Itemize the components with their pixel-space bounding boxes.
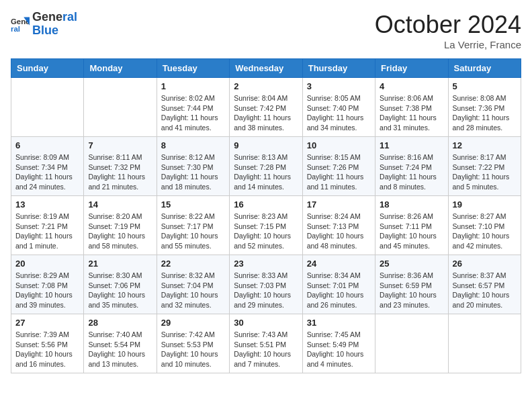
weekday-header-row: SundayMondayTuesdayWednesdayThursdayFrid… — [11, 59, 521, 78]
cell-day-number: 2 — [234, 81, 298, 91]
cell-info: Sunrise: 8:09 AMSunset: 7:34 PMDaylight:… — [15, 152, 79, 192]
calendar-cell: 29Sunrise: 7:42 AMSunset: 5:53 PMDayligh… — [157, 314, 229, 373]
cell-info: Sunrise: 8:17 AMSunset: 7:22 PMDaylight:… — [453, 152, 517, 192]
cell-day-number: 19 — [453, 199, 517, 210]
cell-day-number: 20 — [15, 259, 79, 269]
cell-day-number: 24 — [307, 259, 371, 269]
cell-day-number: 30 — [234, 318, 298, 328]
calendar-cell: 10Sunrise: 8:15 AMSunset: 7:26 PMDayligh… — [302, 137, 375, 196]
month-title: October 2024 — [375, 11, 521, 39]
cell-day-number: 3 — [307, 81, 371, 91]
cell-info: Sunrise: 8:26 AMSunset: 7:11 PMDaylight:… — [380, 212, 443, 251]
calendar-cell: 17Sunrise: 8:24 AMSunset: 7:13 PMDayligh… — [302, 196, 375, 255]
calendar: SundayMondayTuesdayWednesdayThursdayFrid… — [11, 58, 521, 373]
calendar-cell: 25Sunrise: 8:36 AMSunset: 6:59 PMDayligh… — [375, 255, 448, 314]
cell-info: Sunrise: 7:39 AMSunset: 5:56 PMDaylight:… — [15, 330, 79, 369]
cell-day-number: 27 — [15, 318, 79, 328]
cell-info: Sunrise: 8:04 AMSunset: 7:42 PMDaylight:… — [234, 93, 298, 133]
cell-info: Sunrise: 8:15 AMSunset: 7:26 PMDaylight:… — [307, 152, 371, 192]
calendar-cell: 13Sunrise: 8:19 AMSunset: 7:21 PMDayligh… — [11, 196, 84, 255]
cell-info: Sunrise: 8:29 AMSunset: 7:08 PMDaylight:… — [15, 271, 79, 310]
cell-info: Sunrise: 8:30 AMSunset: 7:06 PMDaylight:… — [88, 271, 152, 310]
cell-day-number: 12 — [453, 140, 517, 150]
cell-day-number: 4 — [380, 81, 443, 91]
cell-info: Sunrise: 7:45 AMSunset: 5:49 PMDaylight:… — [307, 330, 371, 369]
cell-day-number: 29 — [161, 318, 225, 328]
cell-info: Sunrise: 8:05 AMSunset: 7:40 PMDaylight:… — [307, 93, 371, 133]
cell-info: Sunrise: 8:37 AMSunset: 6:57 PMDaylight:… — [453, 271, 517, 310]
cell-day-number: 25 — [380, 259, 443, 269]
cell-info: Sunrise: 8:34 AMSunset: 7:01 PMDaylight:… — [307, 271, 371, 310]
cell-info: Sunrise: 8:36 AMSunset: 6:59 PMDaylight:… — [380, 271, 443, 310]
cell-day-number: 8 — [161, 140, 225, 150]
cell-info: Sunrise: 8:08 AMSunset: 7:36 PMDaylight:… — [453, 93, 517, 133]
calendar-cell: 5Sunrise: 8:08 AMSunset: 7:36 PMDaylight… — [448, 78, 521, 137]
title-block: October 2024 La Verrie, France — [375, 11, 521, 50]
calendar-cell: 12Sunrise: 8:17 AMSunset: 7:22 PMDayligh… — [448, 137, 521, 196]
cell-day-number: 9 — [234, 140, 298, 150]
calendar-cell: 7Sunrise: 8:11 AMSunset: 7:32 PMDaylight… — [84, 137, 157, 196]
calendar-cell: 11Sunrise: 8:16 AMSunset: 7:24 PMDayligh… — [375, 137, 448, 196]
cell-day-number: 13 — [15, 199, 79, 210]
cell-day-number: 1 — [161, 81, 225, 91]
calendar-cell: 20Sunrise: 8:29 AMSunset: 7:08 PMDayligh… — [11, 255, 84, 314]
cell-day-number: 16 — [234, 199, 298, 210]
calendar-cell: 30Sunrise: 7:43 AMSunset: 5:51 PMDayligh… — [230, 314, 302, 373]
cell-info: Sunrise: 8:16 AMSunset: 7:24 PMDaylight:… — [380, 152, 443, 192]
cell-info: Sunrise: 8:19 AMSunset: 7:21 PMDaylight:… — [15, 212, 79, 251]
logo-icon: Gene ral — [11, 15, 30, 34]
calendar-cell: 28Sunrise: 7:40 AMSunset: 5:54 PMDayligh… — [84, 314, 157, 373]
cell-info: Sunrise: 8:06 AMSunset: 7:38 PMDaylight:… — [380, 93, 443, 133]
weekday-header-saturday: Saturday — [448, 59, 521, 78]
svg-text:ral: ral — [11, 24, 20, 32]
calendar-cell: 16Sunrise: 8:23 AMSunset: 7:15 PMDayligh… — [230, 196, 302, 255]
cell-info: Sunrise: 8:27 AMSunset: 7:10 PMDaylight:… — [453, 212, 517, 251]
cell-info: Sunrise: 8:02 AMSunset: 7:44 PMDaylight:… — [161, 93, 225, 133]
weekday-header-tuesday: Tuesday — [157, 59, 229, 78]
calendar-cell: 4Sunrise: 8:06 AMSunset: 7:38 PMDaylight… — [375, 78, 448, 137]
cell-info: Sunrise: 8:23 AMSunset: 7:15 PMDaylight:… — [234, 212, 298, 251]
calendar-cell: 15Sunrise: 8:22 AMSunset: 7:17 PMDayligh… — [157, 196, 229, 255]
weekday-header-friday: Friday — [375, 59, 448, 78]
calendar-week-4: 27Sunrise: 7:39 AMSunset: 5:56 PMDayligh… — [11, 314, 521, 373]
cell-day-number: 7 — [88, 140, 152, 150]
cell-day-number: 6 — [15, 140, 79, 150]
calendar-cell: 22Sunrise: 8:32 AMSunset: 7:04 PMDayligh… — [157, 255, 229, 314]
cell-info: Sunrise: 8:11 AMSunset: 7:32 PMDaylight:… — [88, 152, 152, 192]
calendar-cell — [11, 78, 84, 137]
calendar-cell: 19Sunrise: 8:27 AMSunset: 7:10 PMDayligh… — [448, 196, 521, 255]
calendar-cell: 26Sunrise: 8:37 AMSunset: 6:57 PMDayligh… — [448, 255, 521, 314]
calendar-cell: 27Sunrise: 7:39 AMSunset: 5:56 PMDayligh… — [11, 314, 84, 373]
cell-info: Sunrise: 8:13 AMSunset: 7:28 PMDaylight:… — [234, 152, 298, 192]
cell-day-number: 11 — [380, 140, 443, 150]
weekday-header-thursday: Thursday — [302, 59, 375, 78]
cell-info: Sunrise: 8:33 AMSunset: 7:03 PMDaylight:… — [234, 271, 298, 310]
calendar-cell: 1Sunrise: 8:02 AMSunset: 7:44 PMDaylight… — [157, 78, 229, 137]
cell-day-number: 21 — [88, 259, 152, 269]
weekday-header-wednesday: Wednesday — [230, 59, 302, 78]
cell-info: Sunrise: 7:40 AMSunset: 5:54 PMDaylight:… — [88, 330, 152, 369]
calendar-week-1: 6Sunrise: 8:09 AMSunset: 7:34 PMDaylight… — [11, 137, 521, 196]
calendar-cell: 24Sunrise: 8:34 AMSunset: 7:01 PMDayligh… — [302, 255, 375, 314]
calendar-cell — [375, 314, 448, 373]
calendar-week-0: 1Sunrise: 8:02 AMSunset: 7:44 PMDaylight… — [11, 78, 521, 137]
calendar-cell: 3Sunrise: 8:05 AMSunset: 7:40 PMDaylight… — [302, 78, 375, 137]
cell-info: Sunrise: 7:42 AMSunset: 5:53 PMDaylight:… — [161, 330, 225, 369]
logo-text: General Blue — [32, 11, 77, 38]
cell-day-number: 18 — [380, 199, 443, 210]
calendar-cell: 23Sunrise: 8:33 AMSunset: 7:03 PMDayligh… — [230, 255, 302, 314]
calendar-cell: 2Sunrise: 8:04 AMSunset: 7:42 PMDaylight… — [230, 78, 302, 137]
page-header: Gene ral General Blue October 2024 La Ve… — [11, 11, 521, 50]
calendar-cell: 18Sunrise: 8:26 AMSunset: 7:11 PMDayligh… — [375, 196, 448, 255]
weekday-header-monday: Monday — [84, 59, 157, 78]
logo: Gene ral General Blue — [11, 11, 77, 38]
weekday-header-sunday: Sunday — [11, 59, 84, 78]
cell-day-number: 23 — [234, 259, 298, 269]
cell-day-number: 10 — [307, 140, 371, 150]
cell-day-number: 26 — [453, 259, 517, 269]
cell-day-number: 17 — [307, 199, 371, 210]
calendar-week-2: 13Sunrise: 8:19 AMSunset: 7:21 PMDayligh… — [11, 196, 521, 255]
cell-day-number: 28 — [88, 318, 152, 328]
calendar-week-3: 20Sunrise: 8:29 AMSunset: 7:08 PMDayligh… — [11, 255, 521, 314]
cell-info: Sunrise: 8:32 AMSunset: 7:04 PMDaylight:… — [161, 271, 225, 310]
